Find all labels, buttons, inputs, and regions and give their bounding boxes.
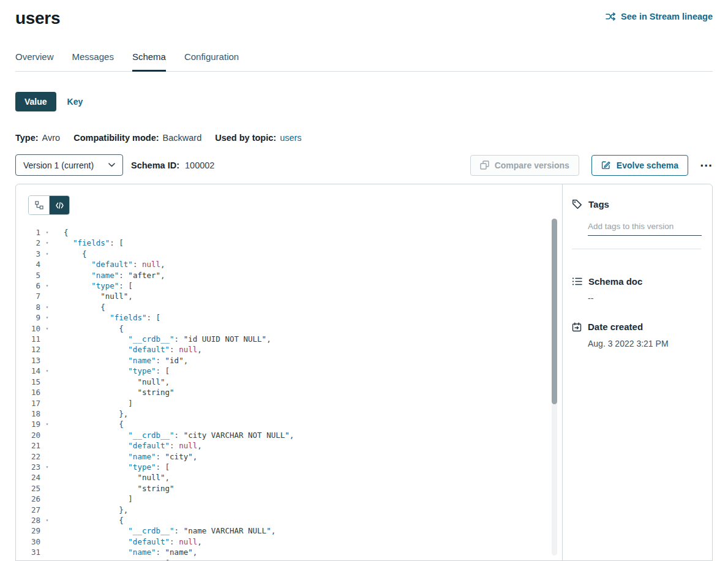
stream-lineage-label: See in Stream lineage	[621, 12, 713, 21]
page-title: users	[15, 9, 60, 28]
code-text: },	[64, 409, 128, 419]
line-number: 30	[16, 537, 40, 547]
collapse-arrow-icon[interactable]: ▾	[40, 249, 54, 259]
schema-panel: 1▾{2▾"fields": [3▾{4"default": null,5"na…	[15, 184, 713, 561]
tree-view-button[interactable]	[29, 196, 49, 214]
code-line: 25"string"	[16, 483, 562, 494]
code-line: 1▾{	[16, 227, 562, 238]
arrow-spacer	[40, 505, 54, 515]
arrow-spacer	[40, 409, 54, 419]
collapse-arrow-icon[interactable]: ▾	[40, 462, 54, 472]
date-created-value: Aug. 3 2022 3:21 PM	[588, 339, 701, 348]
code-text: "null",	[64, 472, 170, 483]
collapse-arrow-icon[interactable]: ▾	[40, 515, 54, 525]
arrow-spacer	[40, 472, 54, 483]
code-line: 4"default": null,	[16, 259, 562, 269]
line-number: 24	[16, 472, 40, 483]
version-select[interactable]: Version 1 (current)	[15, 154, 123, 176]
collapse-arrow-icon[interactable]: ▾	[40, 312, 54, 323]
used-by-topic-label: Used by topic:	[215, 133, 276, 143]
code-text: ]	[64, 494, 133, 504]
value-toggle-button[interactable]: Value	[15, 92, 56, 111]
code-line: 20"__crdb__": "city VARCHAR NOT NULL",	[16, 430, 562, 440]
collapse-arrow-icon[interactable]: ▾	[40, 366, 54, 376]
collapse-arrow-icon[interactable]: ▾	[40, 558, 54, 560]
collapse-arrow-icon[interactable]: ▾	[40, 419, 54, 429]
line-number: 12	[16, 344, 40, 355]
scrollbar-thumb[interactable]	[552, 219, 557, 404]
code-view-button[interactable]	[49, 196, 69, 214]
code-line: 2▾"fields": [	[16, 238, 562, 248]
collapse-arrow-icon[interactable]: ▾	[40, 302, 54, 312]
line-number: 22	[16, 451, 40, 462]
line-number: 29	[16, 525, 40, 536]
collapse-arrow-icon[interactable]: ▾	[40, 227, 54, 238]
editor-scrollbar	[552, 219, 557, 555]
code-line: 26]	[16, 494, 562, 504]
code-text: "string"	[64, 483, 174, 494]
line-number: 17	[16, 398, 40, 409]
line-number: 27	[16, 505, 40, 515]
calendar-icon	[572, 322, 582, 332]
compatibility-group: Compatibility mode: Backward	[73, 133, 201, 143]
topic-link[interactable]: users	[280, 133, 301, 143]
code-text: "default": null,	[64, 259, 165, 269]
tab-configuration[interactable]: Configuration	[184, 51, 239, 71]
schema-id-value: 100002	[185, 160, 214, 170]
collapse-arrow-icon[interactable]: ▾	[40, 238, 54, 248]
date-created-section: Date created Aug. 3 2022 3:21 PM	[572, 322, 701, 348]
key-toggle-button[interactable]: Key	[65, 92, 86, 111]
compare-versions-button[interactable]: Compare versions	[470, 155, 579, 176]
tab-overview[interactable]: Overview	[15, 51, 54, 71]
date-created-heading: Date created	[572, 322, 701, 332]
schema-meta-row: Type: Avro Compatibility mode: Backward …	[15, 133, 713, 143]
code-text: {	[64, 302, 105, 312]
line-number: 32	[16, 558, 40, 560]
code-text: "__crdb__": "id UUID NOT NULL",	[64, 334, 271, 344]
list-icon	[572, 277, 582, 286]
type-group: Type: Avro	[15, 133, 60, 143]
code-text: "default": null,	[64, 440, 202, 451]
code-line: 17]	[16, 398, 562, 409]
tag-icon	[572, 199, 582, 209]
add-tags-input[interactable]	[588, 220, 702, 236]
arrow-spacer	[40, 344, 54, 355]
code-text: {	[64, 323, 124, 334]
version-select-value: Version 1 (current)	[23, 160, 94, 170]
evolve-schema-label: Evolve schema	[617, 160, 678, 170]
code-line: 6▾"type": [	[16, 280, 562, 291]
tab-bar: OverviewMessagesSchemaConfiguration	[15, 51, 713, 72]
code-line: 24"null",	[16, 472, 562, 483]
code-text: "name": "city",	[64, 451, 197, 462]
line-number: 28	[16, 515, 40, 525]
code-text: "null",	[64, 291, 133, 301]
line-number: 10	[16, 323, 40, 334]
code-line: 11"__crdb__": "id UUID NOT NULL",	[16, 334, 562, 344]
collapse-arrow-icon[interactable]: ▾	[40, 323, 54, 334]
copy-squares-icon	[480, 160, 489, 170]
code-text: "default": null,	[64, 537, 202, 547]
schema-doc-section: Schema doc --	[572, 276, 701, 303]
schema-toolbar: Version 1 (current) Schema ID: 100002 Co…	[15, 154, 713, 176]
code-line: 18},	[16, 409, 562, 419]
more-options-button[interactable]: ⋯	[700, 159, 713, 171]
code-text: "type": [	[64, 366, 170, 376]
type-label: Type:	[15, 133, 39, 143]
code-text: "null",	[64, 377, 170, 387]
value-key-toggle: Value Key	[15, 92, 713, 111]
code-text: {	[64, 515, 124, 525]
code-brackets-icon	[56, 202, 64, 209]
code-text: "fields": [	[64, 238, 124, 248]
code-line: 10▾{	[16, 323, 562, 334]
stream-lineage-link[interactable]: See in Stream lineage	[606, 12, 713, 21]
collapse-arrow-icon[interactable]: ▾	[40, 280, 54, 291]
line-number: 23	[16, 462, 40, 472]
line-number: 20	[16, 430, 40, 440]
tab-schema[interactable]: Schema	[132, 51, 166, 71]
arrow-spacer	[40, 291, 54, 301]
tab-messages[interactable]: Messages	[72, 51, 114, 71]
line-number: 7	[16, 291, 40, 301]
code-text: "type": [	[64, 462, 170, 472]
code-line: 32▾"type": [	[16, 558, 562, 560]
evolve-schema-button[interactable]: Evolve schema	[591, 155, 688, 176]
